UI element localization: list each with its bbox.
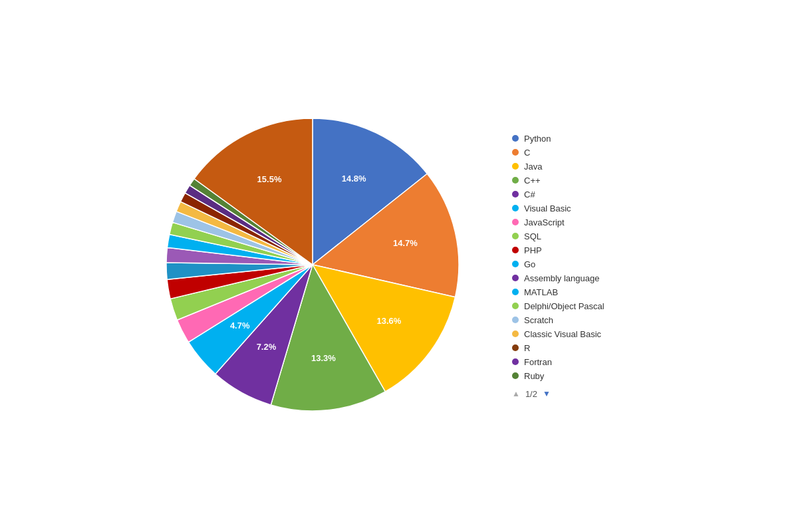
legend-color-dot <box>512 303 519 309</box>
legend-item: Ruby <box>512 371 645 381</box>
legend-label: Go <box>524 259 535 269</box>
legend-item: Java <box>512 162 645 172</box>
legend-item: SQL <box>512 231 645 241</box>
legend-item: Go <box>512 259 645 269</box>
legend-label: Visual Basic <box>524 203 571 213</box>
legend-item: JavaScript <box>512 217 645 227</box>
legend-label: C# <box>524 190 535 200</box>
legend-next-button[interactable]: ▼ <box>543 389 551 398</box>
legend-label: Scratch <box>524 315 553 325</box>
legend-item: Python <box>512 134 645 144</box>
legend-page-label: 1/2 <box>525 389 537 399</box>
legend-color-dot <box>512 261 519 267</box>
legend-color-dot <box>512 344 519 351</box>
legend-item: R <box>512 343 645 353</box>
legend-item: PHP <box>512 245 645 255</box>
chart-legend: PythonCJavaC++C#Visual BasicJavaScriptSQ… <box>512 134 645 399</box>
legend-item: Classic Visual Basic <box>512 329 645 339</box>
pie-chart-wrapper: 14.8%14.7%13.6%13.3%7.2%4.7%15.5% <box>153 105 472 427</box>
legend-label: Delphi/Object Pascal <box>524 301 604 311</box>
legend-label: MATLAB <box>524 287 558 297</box>
legend-label: C <box>524 148 530 158</box>
legend-color-dot <box>512 317 519 323</box>
pie-chart-svg: 14.8%14.7%13.6%13.3%7.2%4.7%15.5% <box>153 105 472 424</box>
legend-pagination: ▲1/2▼ <box>512 389 645 399</box>
legend-item: Scratch <box>512 315 645 325</box>
legend-label: Python <box>524 134 551 144</box>
legend-label: Ruby <box>524 371 544 381</box>
legend-item: C# <box>512 190 645 200</box>
legend-color-dot <box>512 289 519 295</box>
legend-label: JavaScript <box>524 217 565 227</box>
legend-item: Visual Basic <box>512 203 645 213</box>
legend-color-dot <box>512 372 519 379</box>
legend-label: Fortran <box>524 357 552 367</box>
legend-color-dot <box>512 135 519 142</box>
legend-color-dot <box>512 247 519 253</box>
legend-label: Classic Visual Basic <box>524 329 601 339</box>
legend-prev-button[interactable]: ▲ <box>512 389 520 398</box>
legend-item: Fortran <box>512 357 645 367</box>
legend-color-dot <box>512 205 519 211</box>
legend-color-dot <box>512 358 519 365</box>
legend-item: Assembly language <box>512 273 645 283</box>
chart-container: 14.8%14.7%13.6%13.3%7.2%4.7%15.5% Python… <box>0 0 798 532</box>
legend-color-dot <box>512 331 519 337</box>
legend-item: MATLAB <box>512 287 645 297</box>
legend-color-dot <box>512 149 519 156</box>
legend-color-dot <box>512 275 519 281</box>
legend-label: Assembly language <box>524 273 599 283</box>
legend-item: Delphi/Object Pascal <box>512 301 645 311</box>
legend-label: Java <box>524 162 542 172</box>
legend-label: R <box>524 343 530 353</box>
legend-label: PHP <box>524 245 542 255</box>
legend-color-dot <box>512 233 519 239</box>
legend-label: SQL <box>524 231 541 241</box>
legend-item: C <box>512 148 645 158</box>
legend-color-dot <box>512 191 519 198</box>
legend-color-dot <box>512 177 519 184</box>
legend-item: C++ <box>512 176 645 186</box>
legend-label: C++ <box>524 176 541 186</box>
legend-color-dot <box>512 163 519 170</box>
legend-color-dot <box>512 219 519 225</box>
